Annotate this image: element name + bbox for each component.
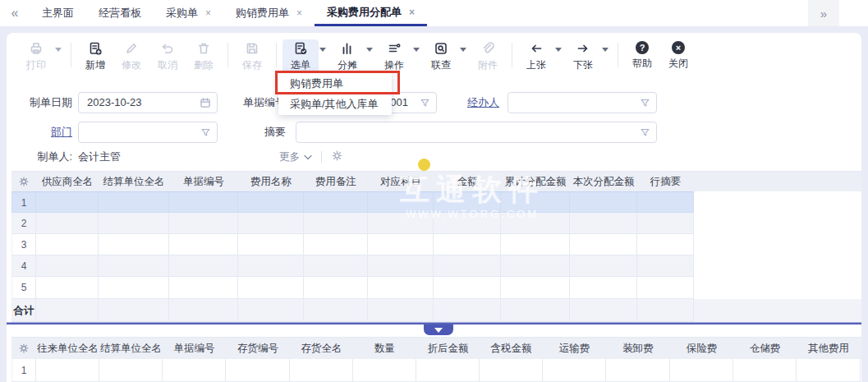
table-row[interactable]: 4 bbox=[11, 255, 694, 277]
row-number[interactable]: 2 bbox=[11, 213, 36, 234]
grid-cell[interactable] bbox=[733, 359, 797, 382]
grid-cell[interactable] bbox=[570, 213, 637, 234]
table-row[interactable]: 1 bbox=[11, 191, 694, 213]
linked-query-button[interactable]: 联查 bbox=[423, 39, 459, 75]
operate-button[interactable]: 操作 bbox=[376, 39, 412, 75]
summary-field[interactable] bbox=[296, 122, 657, 143]
grid-cell[interactable] bbox=[670, 359, 733, 382]
help-button[interactable]: ? 帮助 bbox=[624, 39, 660, 73]
grid-cell[interactable] bbox=[169, 299, 238, 322]
operate-dropdown-caret[interactable] bbox=[413, 48, 420, 52]
grid-cell[interactable] bbox=[368, 234, 434, 255]
table-row[interactable]: 5 bbox=[11, 277, 694, 299]
column-settings-gear-icon[interactable] bbox=[11, 343, 36, 354]
handler-label[interactable]: 经办人 bbox=[450, 92, 499, 113]
grid-cell[interactable] bbox=[570, 277, 637, 299]
delete-button[interactable]: 删除 bbox=[186, 39, 222, 75]
grid-cell[interactable] bbox=[36, 234, 99, 255]
close-doc-button[interactable]: × 关闭 bbox=[660, 39, 696, 73]
next-doc-button[interactable]: 下张 bbox=[565, 39, 601, 75]
menu-item-purchase-or-other-inbound[interactable]: 采购单/其他入库单 bbox=[278, 94, 392, 114]
grid-cell[interactable] bbox=[570, 192, 637, 213]
grid-cell[interactable] bbox=[36, 359, 99, 382]
grid-cell[interactable] bbox=[36, 299, 99, 322]
grid-cell[interactable] bbox=[36, 277, 99, 299]
collapse-panel-handle[interactable] bbox=[424, 324, 453, 335]
tabs-expand-icon[interactable]: » bbox=[808, 0, 839, 26]
handler-field[interactable] bbox=[507, 92, 657, 113]
grid-cell[interactable] bbox=[99, 299, 169, 322]
tab-purchase-expense-allocation[interactable]: 采购费用分配单× bbox=[315, 0, 427, 26]
attachment-button[interactable]: 附件 bbox=[470, 39, 506, 75]
grid-cell[interactable] bbox=[501, 213, 570, 234]
grid-cell[interactable] bbox=[169, 255, 238, 277]
grid-cell[interactable] bbox=[304, 255, 368, 277]
grid-cell[interactable] bbox=[434, 234, 501, 255]
grid-cell[interactable] bbox=[238, 234, 304, 255]
row-number[interactable]: 1 bbox=[11, 359, 36, 382]
next-doc-dropdown-caret[interactable] bbox=[602, 48, 609, 52]
tab-expense-bill[interactable]: 购销费用单× bbox=[223, 0, 315, 26]
grid-cell[interactable] bbox=[368, 213, 434, 234]
grid-cell[interactable] bbox=[606, 359, 670, 382]
grid-cell[interactable] bbox=[304, 299, 368, 322]
previous-doc-button[interactable]: 上张 bbox=[518, 39, 554, 75]
grid-cell[interactable] bbox=[434, 299, 501, 322]
grid-cell[interactable] bbox=[99, 255, 169, 277]
grid-cell[interactable] bbox=[238, 213, 304, 234]
grid-cell[interactable] bbox=[501, 277, 570, 299]
select-order-dropdown-caret[interactable] bbox=[319, 48, 326, 52]
department-field[interactable] bbox=[78, 122, 218, 143]
table-row[interactable]: 1 bbox=[11, 359, 861, 382]
grid-cell[interactable] bbox=[501, 255, 570, 277]
grid-cell[interactable] bbox=[637, 277, 694, 299]
grid-cell[interactable] bbox=[501, 234, 570, 255]
filter-icon[interactable] bbox=[640, 127, 650, 141]
column-settings-gear-icon[interactable] bbox=[11, 176, 36, 187]
print-button[interactable]: 打印 bbox=[18, 39, 54, 75]
menu-item-expense-bill[interactable]: 购销费用单 bbox=[278, 73, 392, 94]
tab-home[interactable]: 主界面 bbox=[30, 0, 86, 26]
table-row[interactable]: 2 bbox=[11, 213, 694, 234]
grid-cell[interactable] bbox=[434, 192, 501, 213]
grid-cell[interactable] bbox=[368, 255, 434, 277]
tab-purchase-order[interactable]: 采购单× bbox=[154, 0, 223, 26]
new-button[interactable]: 新增 bbox=[77, 39, 113, 75]
department-label[interactable]: 部门 bbox=[15, 122, 72, 143]
grid-cell[interactable] bbox=[238, 192, 304, 213]
close-icon[interactable]: × bbox=[296, 7, 302, 19]
filter-icon[interactable] bbox=[640, 97, 650, 112]
grid-cell[interactable] bbox=[99, 234, 169, 255]
grid-cell[interactable] bbox=[637, 299, 694, 322]
grid-cell[interactable] bbox=[797, 359, 861, 382]
row-number[interactable]: 1 bbox=[11, 192, 36, 213]
grid-cell[interactable] bbox=[434, 213, 501, 234]
grid-cell[interactable] bbox=[163, 359, 226, 382]
tabs-collapse-icon[interactable]: « bbox=[0, 0, 30, 26]
row-number[interactable]: 5 bbox=[11, 277, 36, 299]
grid-cell[interactable] bbox=[238, 299, 304, 322]
print-dropdown-caret[interactable] bbox=[55, 48, 62, 52]
grid-cell[interactable] bbox=[304, 192, 368, 213]
grid-cell[interactable] bbox=[368, 277, 434, 299]
grid-cell[interactable] bbox=[169, 234, 238, 255]
doc-date-field[interactable]: 2023-10-23 bbox=[78, 92, 218, 113]
previous-doc-dropdown-caret[interactable] bbox=[555, 48, 562, 52]
grid-cell[interactable] bbox=[637, 192, 694, 213]
grid-cell[interactable] bbox=[99, 359, 163, 382]
calendar-icon[interactable] bbox=[200, 97, 211, 112]
grid-cell[interactable] bbox=[570, 255, 637, 277]
grid-cell[interactable] bbox=[226, 359, 290, 382]
more-toggle[interactable]: 更多 bbox=[279, 150, 343, 164]
grid-cell[interactable] bbox=[99, 192, 169, 213]
filter-icon[interactable] bbox=[200, 127, 211, 141]
allocate-dropdown-caret[interactable] bbox=[366, 48, 373, 52]
grid-cell[interactable] bbox=[637, 234, 694, 255]
filter-icon[interactable] bbox=[420, 97, 430, 112]
grid-cell[interactable] bbox=[36, 192, 99, 213]
grid-cell[interactable] bbox=[416, 359, 480, 382]
grid-cell[interactable] bbox=[290, 359, 353, 382]
grid-cell[interactable] bbox=[480, 359, 543, 382]
grid-cell[interactable] bbox=[304, 213, 368, 234]
grid-cell[interactable] bbox=[36, 255, 99, 277]
